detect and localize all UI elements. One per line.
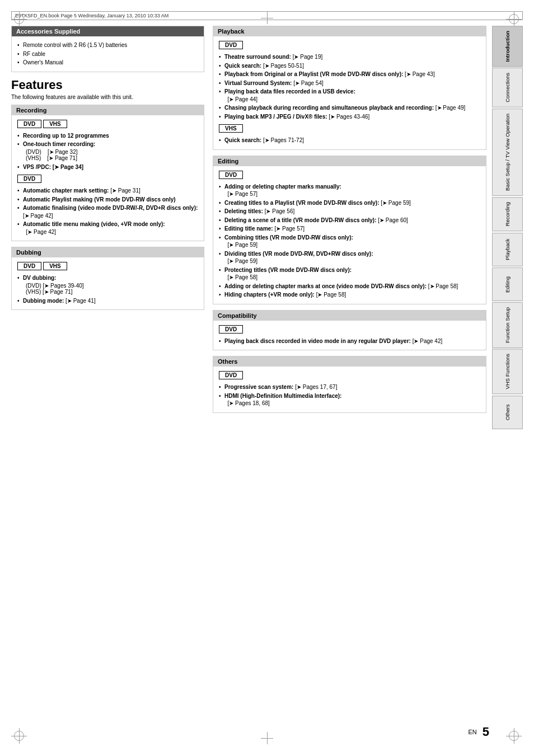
recording-content: DVD VHS Recording up to 12 programmes On… xyxy=(12,115,204,241)
compatibility-header: Compatibility xyxy=(213,311,486,321)
accessories-list: Remote control with 2 R6 (1.5 V) batteri… xyxy=(17,41,198,67)
tab-connections[interactable]: Connections xyxy=(492,68,523,107)
corner-mark-bl xyxy=(14,731,25,742)
recording-vps-list: VPS /PDC: [➤ Page 34] xyxy=(17,163,198,172)
playback-section: Playback DVD Theatre surround sound: [➤ … xyxy=(213,26,486,150)
playback-header: Playback xyxy=(213,26,486,36)
dvd-badge: DVD xyxy=(219,41,243,49)
main-layout: Accessories Supplied Remote control with… xyxy=(11,26,523,429)
compatibility-content: DVD Playing back discs recorded in video… xyxy=(213,321,486,350)
tab-basic-setup[interactable]: Basic Setup / TV View Operation xyxy=(492,109,523,196)
list-item: Progressive scan system: [➤ Pages 17, 67… xyxy=(219,383,480,392)
compatibility-section: Compatibility DVD Playing back discs rec… xyxy=(213,310,486,351)
vhs-badge: VHS xyxy=(43,262,67,270)
dvd-badge: DVD xyxy=(17,120,41,128)
header-text: E9TK5FD_EN.book Page 5 Wednesday, Januar… xyxy=(15,13,168,18)
list-item: Quick search: [➤ Pages 50-51] xyxy=(219,62,480,71)
vhs-badge: VHS xyxy=(219,124,243,133)
list-item: Dubbing mode: [➤ Page 41] xyxy=(17,297,198,306)
list-item: HDMI (High-Definition Multimedia Interfa… xyxy=(219,392,480,408)
recording-badges: DVD VHS xyxy=(17,120,198,128)
vhs-indent: (VHS) [➤ Page 71] xyxy=(26,155,198,161)
sidebar-tabs: Introduction Connections Basic Setup / T… xyxy=(492,26,523,429)
list-item: Owner's Manual xyxy=(17,58,198,67)
list-item: Deleting a scene of a title (VR mode DVD… xyxy=(219,216,480,225)
others-dvd-badge-row: DVD xyxy=(219,371,480,379)
tab-introduction[interactable]: Introduction xyxy=(492,26,523,67)
dubbing-list: DV dubbing: xyxy=(17,274,198,283)
playback-vhs-badge-row: VHS xyxy=(219,124,480,133)
list-item: Theatre surround sound: [➤ Page 19] xyxy=(219,53,480,62)
list-item: Automatic Playlist making (VR mode DVD-R… xyxy=(17,195,198,204)
list-item: Chasing playback during recording and si… xyxy=(219,104,480,112)
page: E9TK5FD_EN.book Page 5 Wednesday, Januar… xyxy=(0,0,534,756)
accessories-content: Remote control with 2 R6 (1.5 V) batteri… xyxy=(12,36,204,72)
list-item: Playback from Original or a Playlist (VR… xyxy=(219,70,480,79)
corner-mark-tr xyxy=(509,14,520,25)
playback-dvd-badge-row: DVD xyxy=(219,41,480,49)
dvd-badge: DVD xyxy=(17,262,41,270)
others-header: Others xyxy=(213,356,486,367)
playback-content: DVD Theatre surround sound: [➤ Page 19] … xyxy=(213,36,486,149)
list-item: Creating titles to a Playlist (VR mode D… xyxy=(219,199,480,208)
list-item: Quick search: [➤ Pages 71-72] xyxy=(219,136,480,145)
right-column: Playback DVD Theatre surround sound: [➤ … xyxy=(213,26,492,429)
dvd-badge: DVD xyxy=(219,371,243,379)
dubbing-header: Dubbing xyxy=(12,247,204,257)
list-item: Editing title name: [➤ Page 57] xyxy=(219,224,480,233)
list-item: Automatic finalising (video mode DVD-RW/… xyxy=(17,204,198,220)
list-item: Remote control with 2 R6 (1.5 V) batteri… xyxy=(17,41,198,50)
dubbing-mode-list: Dubbing mode: [➤ Page 41] xyxy=(17,297,198,306)
tab-playback[interactable]: Playback xyxy=(492,233,523,266)
accessories-header: Accessories Supplied xyxy=(12,26,204,36)
list-item: Combining titles (VR mode DVD-RW discs o… xyxy=(219,233,480,250)
list-item: Automatic chapter mark setting: [➤ Page … xyxy=(17,186,198,195)
corner-mark-tl xyxy=(14,14,25,25)
recording-dvdvhs-list: Recording up to 12 programmes One-touch … xyxy=(17,132,198,149)
page-footer: EN 5 xyxy=(468,725,489,739)
center-cross-bottom xyxy=(263,734,271,742)
accessories-section: Accessories Supplied Remote control with… xyxy=(11,26,204,72)
list-item: Playing back discs recorded in video mod… xyxy=(219,337,480,346)
editing-dvd-badge-row: DVD xyxy=(219,171,480,179)
features-title: Features xyxy=(11,78,204,92)
list-item: Playing back data files recorded in a US… xyxy=(219,87,480,104)
tab-function-setup[interactable]: Function Setup xyxy=(492,302,523,348)
en-label: EN xyxy=(468,729,476,735)
vhs-badge: VHS xyxy=(43,120,67,128)
dub-vhs-indent: (VHS) [➤ Page 71] xyxy=(26,289,198,295)
recording-header: Recording xyxy=(12,105,204,115)
corner-mark-br xyxy=(509,731,520,742)
list-item: Hiding chapters (+VR mode only): [➤ Page… xyxy=(219,290,480,299)
compat-dvd-badge-row: DVD xyxy=(219,325,480,334)
recording-dvd-list: Automatic chapter mark setting: [➤ Page … xyxy=(17,186,198,236)
center-cross-top xyxy=(263,14,271,22)
dvd-only-badge: DVD xyxy=(17,175,41,183)
list-item: Protecting titles (VR mode DVD-RW discs … xyxy=(219,266,480,282)
list-item: Playing back MP3 / JPEG / DivX® files: [… xyxy=(219,112,480,121)
list-item: VPS /PDC: [➤ Page 34] xyxy=(17,163,198,172)
dvd-badge: DVD xyxy=(219,171,243,179)
dvd-only-badge-row: DVD xyxy=(17,175,198,183)
list-item: Recording up to 12 programmes xyxy=(17,132,198,140)
others-dvd-list: Progressive scan system: [➤ Pages 17, 67… xyxy=(219,383,480,408)
editing-content: DVD Adding or deleting chapter marks man… xyxy=(213,166,486,304)
editing-dvd-list: Adding or deleting chapter marks manuall… xyxy=(219,182,480,299)
dvd-indent: (DVD) [➤ Page 32] xyxy=(26,149,198,155)
dvd-badge: DVD xyxy=(219,325,243,334)
list-item: Automatic title menu making (video, +VR … xyxy=(17,220,198,236)
editing-section: Editing DVD Adding or deleting chapter m… xyxy=(213,156,486,304)
list-item: RF cable xyxy=(17,50,198,59)
playback-vhs-list: Quick search: [➤ Pages 71-72] xyxy=(219,136,480,145)
compat-dvd-list: Playing back discs recorded in video mod… xyxy=(219,337,480,346)
recording-section: Recording DVD VHS Recording up to 12 pro… xyxy=(11,105,204,242)
tab-vhs-functions[interactable]: VHS Functions xyxy=(492,349,523,394)
list-item: Deleting titles: [➤ Page 56] xyxy=(219,207,480,216)
others-content: DVD Progressive scan system: [➤ Pages 17… xyxy=(213,367,486,412)
tab-editing[interactable]: Editing xyxy=(492,267,523,301)
playback-dvd-list: Theatre surround sound: [➤ Page 19] Quic… xyxy=(219,53,480,121)
tab-recording[interactable]: Recording xyxy=(492,197,523,231)
tab-others[interactable]: Others xyxy=(492,396,523,429)
list-item: DV dubbing: xyxy=(17,274,198,283)
others-section: Others DVD Progressive scan system: [➤ P… xyxy=(213,356,486,413)
